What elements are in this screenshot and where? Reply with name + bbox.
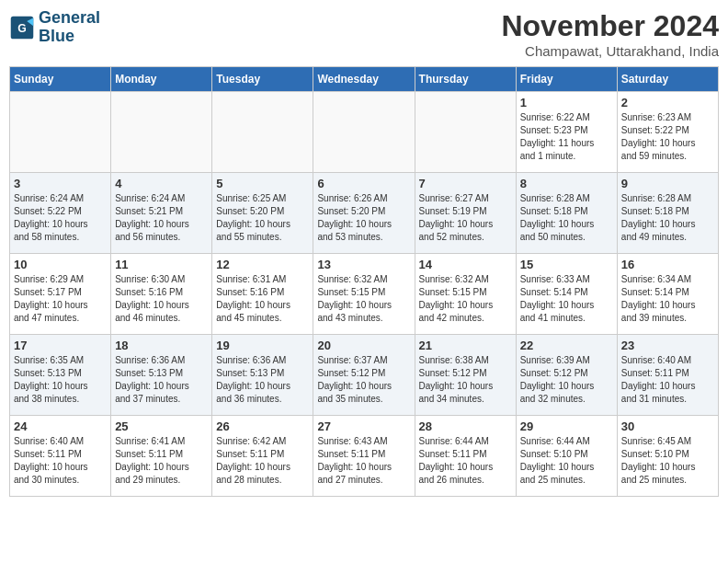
- day-number: 12: [216, 258, 309, 271]
- day-cell: 10Sunrise: 6:29 AM Sunset: 5:17 PM Dayli…: [10, 254, 111, 335]
- day-cell: 3Sunrise: 6:24 AM Sunset: 5:22 PM Daylig…: [10, 173, 111, 254]
- day-number: 7: [419, 177, 512, 190]
- day-info: Sunrise: 6:37 AM Sunset: 5:12 PM Dayligh…: [317, 354, 410, 406]
- day-number: 23: [621, 339, 714, 352]
- day-cell: 23Sunrise: 6:40 AM Sunset: 5:11 PM Dayli…: [617, 335, 718, 416]
- month-title: November 2024: [501, 9, 719, 43]
- week-row-2: 3Sunrise: 6:24 AM Sunset: 5:22 PM Daylig…: [10, 173, 719, 254]
- day-info: Sunrise: 6:25 AM Sunset: 5:20 PM Dayligh…: [216, 192, 309, 244]
- day-cell: 19Sunrise: 6:36 AM Sunset: 5:13 PM Dayli…: [212, 335, 313, 416]
- day-cell: 29Sunrise: 6:44 AM Sunset: 5:10 PM Dayli…: [516, 416, 617, 497]
- day-cell: 8Sunrise: 6:28 AM Sunset: 5:18 PM Daylig…: [516, 173, 617, 254]
- day-number: 16: [621, 258, 714, 271]
- day-info: Sunrise: 6:33 AM Sunset: 5:14 PM Dayligh…: [520, 273, 613, 325]
- day-cell: 30Sunrise: 6:45 AM Sunset: 5:10 PM Dayli…: [617, 416, 718, 497]
- day-info: Sunrise: 6:40 AM Sunset: 5:11 PM Dayligh…: [14, 435, 107, 487]
- day-cell: 2Sunrise: 6:23 AM Sunset: 5:22 PM Daylig…: [617, 92, 718, 173]
- day-cell: [313, 92, 415, 173]
- day-number: 13: [317, 258, 410, 271]
- header-friday: Friday: [516, 67, 617, 92]
- day-info: Sunrise: 6:44 AM Sunset: 5:11 PM Dayligh…: [419, 435, 512, 487]
- page-header: G General Blue November 2024 Champawat, …: [9, 9, 719, 59]
- day-info: Sunrise: 6:26 AM Sunset: 5:20 PM Dayligh…: [317, 192, 410, 244]
- day-number: 18: [115, 339, 208, 352]
- title-block: November 2024 Champawat, Uttarakhand, In…: [501, 9, 719, 59]
- day-number: 1: [520, 96, 613, 109]
- day-cell: [10, 92, 111, 173]
- day-info: Sunrise: 6:41 AM Sunset: 5:11 PM Dayligh…: [115, 435, 208, 487]
- day-number: 15: [520, 258, 613, 271]
- day-info: Sunrise: 6:22 AM Sunset: 5:23 PM Dayligh…: [520, 111, 613, 163]
- day-cell: 21Sunrise: 6:38 AM Sunset: 5:12 PM Dayli…: [415, 335, 516, 416]
- header-row: SundayMondayTuesdayWednesdayThursdayFrid…: [10, 67, 719, 92]
- day-cell: 11Sunrise: 6:30 AM Sunset: 5:16 PM Dayli…: [111, 254, 212, 335]
- day-number: 3: [14, 177, 107, 190]
- header-tuesday: Tuesday: [212, 67, 313, 92]
- day-info: Sunrise: 6:35 AM Sunset: 5:13 PM Dayligh…: [14, 354, 107, 406]
- day-info: Sunrise: 6:36 AM Sunset: 5:13 PM Dayligh…: [115, 354, 208, 406]
- day-cell: 1Sunrise: 6:22 AM Sunset: 5:23 PM Daylig…: [516, 92, 617, 173]
- logo-line1: General: [39, 9, 100, 28]
- day-number: 21: [419, 339, 512, 352]
- logo-icon: G: [9, 15, 35, 40]
- day-cell: [111, 92, 212, 173]
- day-cell: 4Sunrise: 6:24 AM Sunset: 5:21 PM Daylig…: [111, 173, 212, 254]
- day-number: 24: [14, 419, 107, 433]
- day-cell: 27Sunrise: 6:43 AM Sunset: 5:11 PM Dayli…: [313, 416, 415, 497]
- day-number: 26: [216, 419, 309, 433]
- day-info: Sunrise: 6:30 AM Sunset: 5:16 PM Dayligh…: [115, 273, 208, 325]
- day-number: 29: [520, 419, 613, 433]
- day-number: 25: [115, 419, 208, 433]
- header-wednesday: Wednesday: [313, 67, 415, 92]
- day-info: Sunrise: 6:43 AM Sunset: 5:11 PM Dayligh…: [317, 435, 410, 487]
- day-cell: 22Sunrise: 6:39 AM Sunset: 5:12 PM Dayli…: [516, 335, 617, 416]
- day-info: Sunrise: 6:38 AM Sunset: 5:12 PM Dayligh…: [419, 354, 512, 406]
- header-thursday: Thursday: [415, 67, 516, 92]
- day-info: Sunrise: 6:44 AM Sunset: 5:10 PM Dayligh…: [520, 435, 613, 487]
- day-info: Sunrise: 6:29 AM Sunset: 5:17 PM Dayligh…: [14, 273, 107, 325]
- day-cell: 6Sunrise: 6:26 AM Sunset: 5:20 PM Daylig…: [313, 173, 415, 254]
- day-info: Sunrise: 6:32 AM Sunset: 5:15 PM Dayligh…: [317, 273, 410, 325]
- day-number: 17: [14, 339, 107, 352]
- day-cell: 25Sunrise: 6:41 AM Sunset: 5:11 PM Dayli…: [111, 416, 212, 497]
- header-saturday: Saturday: [617, 67, 718, 92]
- day-cell: 15Sunrise: 6:33 AM Sunset: 5:14 PM Dayli…: [516, 254, 617, 335]
- day-cell: 24Sunrise: 6:40 AM Sunset: 5:11 PM Dayli…: [10, 416, 111, 497]
- week-row-1: 1Sunrise: 6:22 AM Sunset: 5:23 PM Daylig…: [10, 92, 719, 173]
- day-number: 10: [14, 258, 107, 271]
- day-info: Sunrise: 6:24 AM Sunset: 5:22 PM Dayligh…: [14, 192, 107, 244]
- week-row-4: 17Sunrise: 6:35 AM Sunset: 5:13 PM Dayli…: [10, 335, 719, 416]
- svg-text:G: G: [17, 22, 27, 35]
- day-cell: 13Sunrise: 6:32 AM Sunset: 5:15 PM Dayli…: [313, 254, 415, 335]
- day-cell: 7Sunrise: 6:27 AM Sunset: 5:19 PM Daylig…: [415, 173, 516, 254]
- day-number: 20: [317, 339, 410, 352]
- week-row-5: 24Sunrise: 6:40 AM Sunset: 5:11 PM Dayli…: [10, 416, 719, 497]
- day-cell: 5Sunrise: 6:25 AM Sunset: 5:20 PM Daylig…: [212, 173, 313, 254]
- day-number: 5: [216, 177, 309, 190]
- day-number: 14: [419, 258, 512, 271]
- calendar-table: SundayMondayTuesdayWednesdayThursdayFrid…: [9, 66, 719, 497]
- day-info: Sunrise: 6:24 AM Sunset: 5:21 PM Dayligh…: [115, 192, 208, 244]
- week-row-3: 10Sunrise: 6:29 AM Sunset: 5:17 PM Dayli…: [10, 254, 719, 335]
- day-cell: 26Sunrise: 6:42 AM Sunset: 5:11 PM Dayli…: [212, 416, 313, 497]
- day-info: Sunrise: 6:34 AM Sunset: 5:14 PM Dayligh…: [621, 273, 714, 325]
- logo: G General Blue: [9, 9, 100, 46]
- day-info: Sunrise: 6:32 AM Sunset: 5:15 PM Dayligh…: [419, 273, 512, 325]
- day-number: 28: [419, 419, 512, 433]
- day-number: 19: [216, 339, 309, 352]
- day-cell: 14Sunrise: 6:32 AM Sunset: 5:15 PM Dayli…: [415, 254, 516, 335]
- location: Champawat, Uttarakhand, India: [501, 43, 719, 59]
- day-cell: [212, 92, 313, 173]
- day-info: Sunrise: 6:28 AM Sunset: 5:18 PM Dayligh…: [520, 192, 613, 244]
- logo-line2: Blue: [39, 28, 100, 46]
- day-info: Sunrise: 6:45 AM Sunset: 5:10 PM Dayligh…: [621, 435, 714, 487]
- day-cell: 17Sunrise: 6:35 AM Sunset: 5:13 PM Dayli…: [10, 335, 111, 416]
- day-cell: 9Sunrise: 6:28 AM Sunset: 5:18 PM Daylig…: [617, 173, 718, 254]
- day-info: Sunrise: 6:42 AM Sunset: 5:11 PM Dayligh…: [216, 435, 309, 487]
- header-sunday: Sunday: [10, 67, 111, 92]
- day-cell: 16Sunrise: 6:34 AM Sunset: 5:14 PM Dayli…: [617, 254, 718, 335]
- logo-text: General Blue: [39, 9, 100, 46]
- day-number: 8: [520, 177, 613, 190]
- day-number: 2: [621, 96, 714, 109]
- day-cell: 20Sunrise: 6:37 AM Sunset: 5:12 PM Dayli…: [313, 335, 415, 416]
